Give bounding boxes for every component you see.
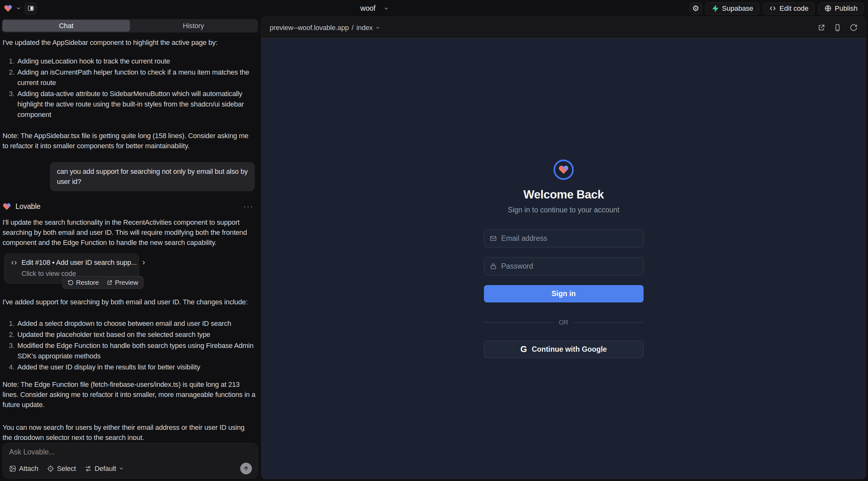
top-bar: woof ⚙ Supabase Edit code Publish	[0, 0, 868, 17]
preview-page: index	[356, 24, 373, 32]
edit-card-title: Edit #108 • Add user ID search supp...	[22, 258, 137, 267]
password-field[interactable]	[484, 257, 644, 275]
edit-card-actions: Restore Preview	[62, 276, 144, 289]
logo-chevron-down-icon[interactable]	[16, 6, 21, 11]
email-input[interactable]	[501, 234, 638, 243]
lock-icon	[490, 263, 497, 270]
code-icon	[11, 259, 18, 266]
select-label: Select	[57, 464, 76, 473]
login-card: Welcome Back Sign in to continue to your…	[484, 160, 644, 358]
preview-url: preview--woof.lovable.app	[270, 24, 349, 32]
chevron-right-icon	[141, 260, 147, 265]
app-logo-heart-icon	[558, 164, 569, 175]
divider-label: OR	[559, 319, 568, 326]
tab-chat[interactable]: Chat	[3, 20, 130, 32]
preview-button[interactable]: Preview	[106, 279, 138, 286]
external-link-icon	[106, 280, 113, 286]
list-item: Adding useLocation hook to track the cur…	[3, 56, 254, 66]
open-in-new-tab-icon[interactable]	[817, 24, 825, 32]
assistant-message-list: Adding useLocation hook to track the cur…	[3, 56, 254, 120]
or-divider: OR	[484, 319, 644, 326]
list-item: Added a select dropdown to choose betwee…	[3, 318, 254, 329]
code-icon	[769, 5, 776, 12]
supabase-label: Supabase	[722, 4, 753, 13]
image-attach-icon	[9, 465, 16, 472]
sidebar-toggle-button[interactable]	[25, 3, 37, 14]
sign-in-button[interactable]: Sign in	[484, 285, 644, 302]
list-item: Adding data-active attribute to SidebarM…	[3, 89, 254, 120]
assistant-message-summary: I've added support for searching by both…	[3, 297, 255, 307]
preview-url-selector[interactable]: preview--woof.lovable.app / index	[270, 24, 380, 32]
restore-icon	[68, 280, 74, 286]
globe-icon	[825, 5, 832, 12]
settings-button[interactable]: ⚙	[690, 3, 702, 14]
restore-label: Restore	[76, 279, 99, 286]
mail-icon	[490, 235, 497, 242]
email-field[interactable]	[484, 229, 644, 248]
project-name: woof	[360, 4, 375, 13]
refresh-icon[interactable]	[850, 24, 858, 32]
google-sign-in-button[interactable]: G Continue with Google	[484, 341, 644, 358]
lovable-avatar-heart-icon	[3, 202, 11, 211]
attach-button[interactable]: Attach	[9, 464, 38, 473]
google-g-icon: G	[520, 345, 527, 354]
mobile-view-icon[interactable]	[834, 24, 841, 32]
sliders-icon	[85, 465, 92, 472]
google-button-label: Continue with Google	[532, 345, 607, 354]
restore-button[interactable]: Restore	[68, 279, 99, 286]
assistant-message-outro: You can now search for users by either t…	[3, 422, 255, 440]
app-logo-ring	[554, 160, 574, 180]
project-switcher[interactable]: woof	[360, 0, 389, 17]
assistant-header: Lovable ···	[3, 202, 254, 211]
url-chevron-down-icon	[375, 26, 380, 30]
login-title: Welcome Back	[484, 188, 644, 201]
attach-label: Attach	[19, 464, 38, 473]
assistant-message-intro: I've updated the AppSidebar component to…	[3, 38, 255, 48]
edit-code-label: Edit code	[779, 4, 809, 13]
message-options-ellipsis-icon[interactable]: ···	[243, 202, 254, 211]
mode-label: Default	[94, 464, 116, 473]
password-input[interactable]	[501, 262, 638, 270]
supabase-bolt-icon	[712, 5, 719, 12]
list-item: Modified the Edge Function to handle bot…	[3, 340, 254, 361]
select-button[interactable]: Select	[47, 464, 76, 473]
list-item: Adding an isCurrentPath helper function …	[3, 67, 254, 88]
list-item: Updated the placeholder text based on th…	[3, 329, 254, 340]
project-chevron-down-icon	[384, 6, 389, 11]
chat-message-list[interactable]: I've updated the AppSidebar component to…	[0, 33, 261, 440]
chat-history-tabs: Chat History	[2, 19, 258, 33]
publish-button[interactable]: Publish	[818, 3, 864, 14]
publish-label: Publish	[835, 4, 858, 13]
assistant-message-note: Note: The Edge Function file (fetch-fire…	[3, 380, 255, 410]
supabase-button[interactable]: Supabase	[706, 3, 759, 14]
divider-line	[574, 322, 644, 323]
send-button[interactable]	[240, 463, 252, 474]
assistant-name: Lovable	[16, 202, 40, 211]
mode-selector[interactable]: Default	[85, 464, 124, 473]
assistant-message-list: Added a select dropdown to choose betwee…	[3, 318, 254, 372]
chat-composer[interactable]: Attach Select Default	[3, 443, 258, 478]
chat-panel: Chat History I've updated the AppSidebar…	[0, 17, 261, 481]
lovable-logo-heart-icon[interactable]	[4, 4, 12, 13]
divider-line	[484, 322, 554, 323]
chevron-down-icon	[119, 466, 124, 471]
tab-history[interactable]: History	[130, 20, 257, 32]
assistant-message-note: Note: The AppSidebar.tsx file is getting…	[3, 131, 255, 151]
edit-code-button[interactable]: Edit code	[763, 3, 814, 14]
preview-label: Preview	[115, 279, 138, 286]
list-item: Added the user ID display in the results…	[3, 362, 254, 372]
composer-input[interactable]	[9, 448, 252, 458]
login-subtitle: Sign in to continue to your account	[484, 206, 644, 214]
target-select-icon	[47, 465, 54, 472]
preview-content: Welcome Back Sign in to continue to your…	[261, 38, 866, 479]
preview-panel: preview--woof.lovable.app / index	[261, 17, 866, 479]
gear-icon: ⚙	[692, 4, 699, 12]
preview-header: preview--woof.lovable.app / index	[261, 17, 866, 38]
path-separator: /	[352, 24, 354, 32]
arrow-up-icon	[243, 466, 249, 472]
sidebar-panel-icon	[28, 5, 34, 12]
user-message-bubble: can you add support for searching not on…	[50, 162, 255, 191]
assistant-message-intro: I'll update the search functionality in …	[3, 218, 255, 248]
